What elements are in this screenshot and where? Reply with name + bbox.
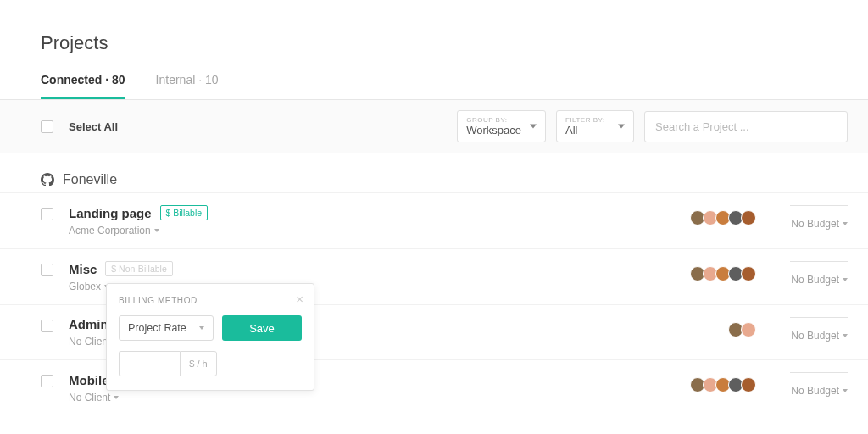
budget-value: No Budget	[791, 274, 839, 286]
close-icon[interactable]: ×	[296, 292, 303, 305]
billing-method-value: Project Rate	[128, 322, 186, 334]
client-name: No Client	[69, 336, 110, 348]
budget-value: No Budget	[791, 330, 839, 342]
tab-connected-label: Connected	[41, 73, 102, 86]
chevron-down-icon	[843, 278, 848, 281]
rate-input[interactable]	[119, 351, 180, 376]
avatars[interactable]	[728, 322, 756, 337]
save-button[interactable]: Save	[222, 315, 302, 341]
chevron-down-icon	[154, 229, 159, 232]
tab-internal[interactable]: Internal · 10	[156, 73, 219, 99]
filter-by-dropdown[interactable]: FILTER BY: All	[556, 110, 634, 142]
popover-title: BILLING METHOD	[119, 296, 302, 305]
chevron-down-icon	[843, 222, 848, 225]
tabs: Connected · 80 Internal · 10	[0, 54, 868, 100]
filter-by-label: FILTER BY:	[565, 116, 625, 124]
billable-badge[interactable]: $ Billable	[160, 205, 209, 220]
client-name: No Client	[69, 392, 110, 403]
chevron-down-icon	[843, 389, 848, 392]
group-header: Foneville	[0, 153, 868, 192]
row-checkbox[interactable]	[41, 264, 53, 276]
budget-bar	[790, 372, 848, 373]
tab-internal-count: 10	[205, 73, 219, 86]
avatar	[741, 266, 756, 281]
row-checkbox[interactable]	[41, 320, 53, 332]
select-all-label: Select All	[69, 120, 118, 133]
github-icon	[41, 173, 54, 186]
budget-value: No Budget	[791, 385, 839, 397]
client-dropdown[interactable]: Globex	[69, 281, 109, 292]
avatars[interactable]	[690, 377, 756, 392]
client-name: Globex	[69, 281, 101, 292]
project-title[interactable]: Admin	[69, 317, 108, 331]
chevron-down-icon	[843, 334, 848, 337]
group-by-dropdown[interactable]: GROUP BY: Workspace	[457, 110, 546, 142]
budget-value: No Budget	[791, 218, 839, 230]
budget-bar	[790, 205, 848, 206]
avatars[interactable]	[690, 266, 756, 281]
client-dropdown[interactable]: Acme Corporation	[69, 225, 159, 236]
tab-internal-label: Internal	[156, 73, 196, 86]
chevron-down-icon	[114, 396, 119, 399]
project-title[interactable]: Misc	[69, 262, 97, 276]
filter-by-value: All	[565, 124, 625, 136]
group-by-value: Workspace	[466, 124, 537, 136]
client-dropdown[interactable]: No Client	[69, 392, 119, 403]
chevron-down-icon	[199, 326, 204, 330]
budget-dropdown[interactable]: No Budget	[775, 218, 848, 230]
chevron-down-icon	[530, 125, 537, 129]
non-billable-badge[interactable]: $ Non-Billable	[105, 261, 172, 276]
budget-dropdown[interactable]: No Budget	[775, 330, 848, 342]
avatar	[741, 322, 756, 337]
search-input[interactable]	[644, 111, 848, 142]
tab-connected-count: 80	[112, 73, 125, 86]
chevron-down-icon	[618, 125, 625, 129]
select-all-checkbox[interactable]	[41, 120, 53, 133]
filter-bar: Select All GROUP BY: Workspace FILTER BY…	[0, 100, 868, 153]
budget-bar	[790, 317, 848, 318]
rate-unit-label: $ / h	[180, 351, 217, 376]
project-title[interactable]: Landing page	[69, 206, 152, 220]
billing-method-select[interactable]: Project Rate	[119, 315, 214, 341]
row-checkbox[interactable]	[41, 375, 53, 387]
budget-dropdown[interactable]: No Budget	[775, 385, 848, 397]
tab-connected[interactable]: Connected · 80	[41, 73, 125, 99]
avatar	[741, 210, 756, 225]
group-name: Foneville	[63, 172, 117, 187]
budget-bar	[790, 261, 848, 262]
avatar	[741, 377, 756, 392]
billing-method-popover: BILLING METHOD × Project Rate Save $ / h	[106, 283, 314, 391]
avatars[interactable]	[690, 210, 756, 225]
budget-dropdown[interactable]: No Budget	[775, 274, 848, 286]
client-name: Acme Corporation	[69, 225, 151, 236]
page-title: Projects	[0, 0, 868, 54]
row-checkbox[interactable]	[41, 208, 53, 220]
group-by-label: GROUP BY:	[466, 116, 537, 124]
project-row: Landing page $ Billable Acme Corporation…	[0, 192, 868, 248]
